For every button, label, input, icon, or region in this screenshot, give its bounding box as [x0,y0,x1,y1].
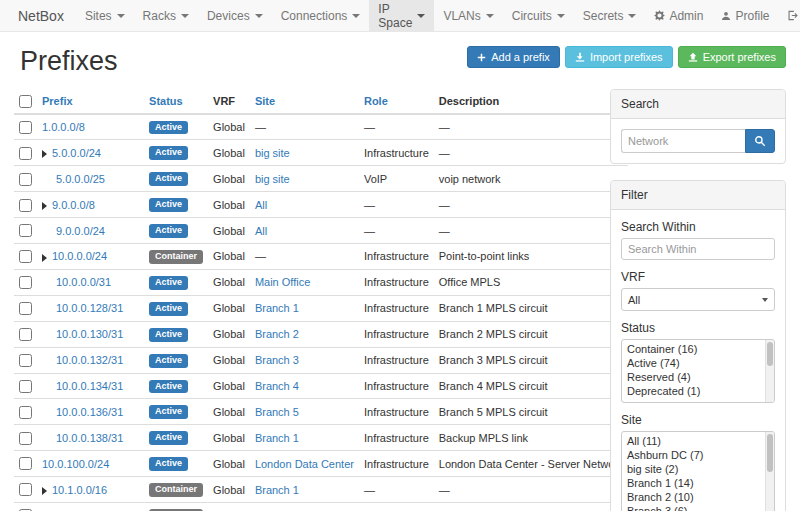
filter-option[interactable]: Reserved (4) [622,370,774,384]
column-header-role[interactable]: Role [359,89,434,114]
search-icon [754,135,766,147]
expand-icon[interactable] [42,202,47,210]
row-checkbox[interactable] [19,432,32,445]
nav-item-admin[interactable]: Admin [645,0,712,31]
prefix-link[interactable]: 10.0.0.130/31 [56,328,123,340]
nav-item-vlans[interactable]: VLANs [434,0,502,31]
prefix-cell: 10.0.0.138/31 [37,425,144,451]
prefix-link[interactable]: 10.0.0.134/31 [56,380,123,392]
site-link[interactable]: Main Office [255,276,310,288]
search-within-input[interactable] [621,238,775,260]
filter-option[interactable]: Active (74) [622,356,774,370]
vrf-select[interactable]: All [621,288,775,311]
column-header-status[interactable]: Status [144,89,208,114]
brand[interactable]: NetBox [6,0,76,31]
row-checkbox[interactable] [19,328,32,341]
site-link[interactable]: Branch 5 [255,406,299,418]
expand-icon[interactable] [42,150,47,158]
scrollbar[interactable] [765,432,774,511]
site-link[interactable]: All [255,199,267,211]
status-badge: Active [149,302,188,316]
scrollbar[interactable] [765,340,774,402]
vrf-cell: Global [208,451,250,477]
prefix-link[interactable]: 10.0.0.132/31 [56,354,123,366]
row-checkbox[interactable] [19,121,32,134]
site-link[interactable]: Branch 1 [255,484,299,496]
vrf-cell: Global [208,140,250,166]
row-checkbox[interactable] [19,199,32,212]
site-link[interactable]: Branch 2 [255,328,299,340]
filter-option[interactable]: Branch 1 (14) [622,476,774,490]
table-row: 10.1.0.0/16ContainerGlobalBranch 1—— [14,477,628,503]
prefix-link[interactable]: 10.0.100.0/24 [42,458,109,470]
nav-item-profile[interactable]: Profile [712,0,778,31]
export-prefixes-button[interactable]: Export prefixes [678,46,786,68]
prefix-link[interactable]: 10.0.0.128/31 [56,302,123,314]
search-button[interactable] [745,129,775,153]
prefix-cell: 9.0.0.0/24 [37,218,144,244]
site-cell: big site [250,140,359,166]
column-header-prefix[interactable]: Prefix [37,89,144,114]
row-checkbox[interactable] [19,457,32,470]
nav-item-label: IP Space [378,2,412,30]
site-link[interactable]: London Data Center [255,458,354,470]
search-panel: Search [610,89,786,164]
nav-item-ip-space[interactable]: IP Space [369,0,434,31]
nav-item-log-out[interactable]: Log out [778,0,800,31]
import-prefixes-button[interactable]: Import prefixes [565,46,673,68]
filter-option[interactable]: Branch 3 (6) [622,504,774,511]
table-row: 10.0.0.138/31ActiveGlobalBranch 1Infrast… [14,425,628,451]
prefix-link[interactable]: 10.0.0.136/31 [56,406,123,418]
nav-item-devices[interactable]: Devices [198,0,272,31]
add-a-prefix-button[interactable]: Add a prefix [467,46,560,68]
prefix-link[interactable]: 10.1.0.0/16 [52,484,107,496]
filter-option[interactable]: All (11) [622,434,774,448]
site-link[interactable]: Branch 3 [255,354,299,366]
select-all-checkbox[interactable] [19,95,32,108]
button-label: Export prefixes [703,51,776,63]
filter-option[interactable]: Branch 2 (10) [622,490,774,504]
search-input[interactable] [621,129,745,153]
prefix-link[interactable]: 5.0.0.0/24 [52,147,101,159]
row-checkbox[interactable] [19,406,32,419]
site-link[interactable]: big site [255,147,290,159]
prefix-link[interactable]: 10.0.0.0/24 [52,250,107,262]
site-multiselect[interactable]: All (11)Ashburn DC (7)big site (2)Branch… [621,431,775,511]
site-cell: London Data Center [250,451,359,477]
prefix-link[interactable]: 1.0.0.0/8 [42,121,85,133]
prefix-link[interactable]: 10.0.0.0/31 [56,276,111,288]
site-link[interactable]: Branch 4 [255,380,299,392]
nav-item-sites[interactable]: Sites [76,0,134,31]
prefix-link[interactable]: 9.0.0.0/24 [56,225,105,237]
expand-icon[interactable] [42,254,47,262]
filter-option[interactable]: Ashburn DC (7) [622,448,774,462]
nav-item-connections[interactable]: Connections [272,0,370,31]
site-link[interactable]: All [255,225,267,237]
scrollbar-thumb[interactable] [767,342,773,366]
prefix-link[interactable]: 10.0.0.138/31 [56,432,123,444]
row-checkbox[interactable] [19,483,32,496]
row-checkbox[interactable] [19,302,32,315]
row-checkbox[interactable] [19,354,32,367]
filter-option[interactable]: big site (2) [622,462,774,476]
site-link[interactable]: big site [255,173,290,185]
row-checkbox[interactable] [19,147,32,160]
row-checkbox[interactable] [19,173,32,186]
row-checkbox[interactable] [19,276,32,289]
expand-icon[interactable] [42,487,47,495]
site-link[interactable]: Branch 1 [255,432,299,444]
status-multiselect[interactable]: Container (16)Active (74)Reserved (4)Dep… [621,339,775,403]
column-header-site[interactable]: Site [250,89,359,114]
filter-option[interactable]: Container (16) [622,342,774,356]
nav-item-racks[interactable]: Racks [134,0,198,31]
prefix-link[interactable]: 5.0.0.0/25 [56,173,105,185]
filter-option[interactable]: Deprecated (1) [622,384,774,398]
row-checkbox[interactable] [19,250,32,263]
scrollbar-thumb[interactable] [767,434,773,472]
row-checkbox[interactable] [19,380,32,393]
row-checkbox[interactable] [19,224,32,237]
nav-item-secrets[interactable]: Secrets [574,0,646,31]
prefix-link[interactable]: 9.0.0.0/8 [52,199,95,211]
site-link[interactable]: Branch 1 [255,302,299,314]
nav-item-circuits[interactable]: Circuits [503,0,574,31]
